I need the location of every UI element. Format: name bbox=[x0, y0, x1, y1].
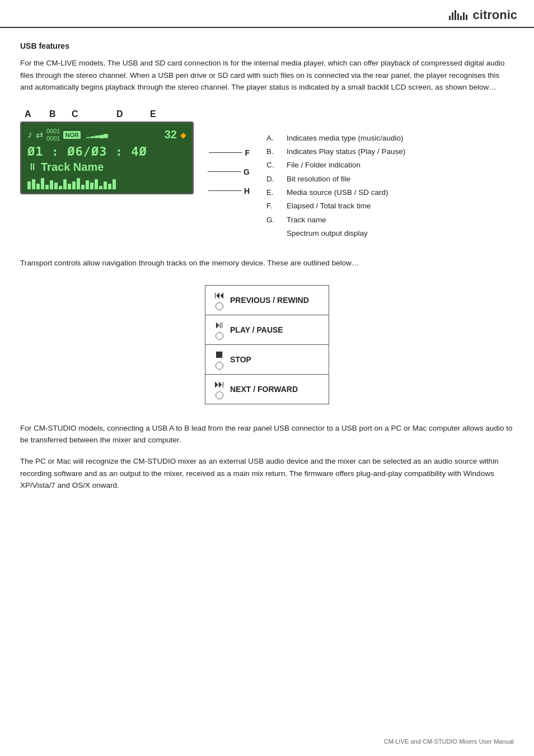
diagram-area: A B C D E ♪ ⇄ 0001 0001 NOR bbox=[20, 109, 514, 240]
transport-label-next: NEXT / FORWARD bbox=[230, 385, 298, 394]
brand-logo: citronic bbox=[449, 8, 517, 22]
lcd-label-b: B bbox=[49, 109, 72, 119]
legend-item-b: B. Indicates Play status (Play / Pause) bbox=[266, 145, 405, 158]
spectrum-bar bbox=[104, 181, 107, 189]
lcd-container: A B C D E ♪ ⇄ 0001 0001 NOR bbox=[20, 109, 199, 194]
spectrum-bar bbox=[81, 185, 85, 189]
lcd-time-display: Ø1 : Ø6/Ø3 : 4Ø bbox=[27, 144, 186, 158]
transport-intro: Transport controls allow navigation thro… bbox=[20, 257, 514, 269]
brand-name: citronic bbox=[473, 8, 517, 22]
page-header: citronic bbox=[0, 0, 534, 28]
spectrum-bar bbox=[113, 179, 116, 189]
page-footer: CM-LIVE and CM-STUDIO Mixers User Manual bbox=[384, 738, 514, 745]
spectrum-bar bbox=[72, 181, 76, 189]
footer-paragraph-2: The PC or Mac will recognize the CM-STUD… bbox=[20, 455, 514, 492]
transport-circle-next bbox=[216, 391, 223, 399]
spectrum-bar bbox=[86, 180, 89, 189]
footer-paragraph-1: For CM-STUDIO models, connecting a USB A… bbox=[20, 422, 514, 446]
lcd-label-e: E bbox=[150, 109, 167, 119]
lcd-bit-value: 32 bbox=[165, 128, 177, 141]
transport-row-play: ⏯ PLAY / PAUSE bbox=[205, 315, 329, 345]
spectrum-bar bbox=[54, 183, 58, 189]
transport-circle-previous bbox=[216, 302, 223, 310]
legend-item-e: E. Media source (USB / SD card) bbox=[266, 186, 405, 199]
legend-item-f: F. Elapsed / Total track time bbox=[266, 199, 405, 213]
lcd-f-label: F bbox=[209, 148, 250, 157]
pause-icon: ⏸ bbox=[27, 161, 38, 173]
label-f: F bbox=[245, 148, 250, 157]
transport-row-stop: ⏹ STOP bbox=[205, 345, 329, 375]
play-pause-icon: ⏯ bbox=[214, 320, 224, 330]
lcd-label-c: C bbox=[72, 109, 116, 119]
transport-container: ⏮ PREVIOUS / REWIND ⏯ PLAY / PAUSE ⏹ bbox=[20, 285, 514, 404]
spectrum-bar bbox=[108, 184, 111, 189]
lcd-screen: ♪ ⇄ 0001 0001 NOR ▁▂▃▄▅ 32 ◆ bbox=[20, 122, 194, 194]
legend-item-d: D. Bit resolution of file bbox=[266, 172, 405, 186]
legend-item-c: C. File / Folder indication bbox=[266, 158, 405, 172]
section-title: USB features bbox=[20, 41, 514, 50]
spectrum-bar bbox=[45, 185, 49, 189]
lcd-folder-number: 0001 bbox=[46, 135, 60, 142]
transport-icon-area-previous: ⏮ bbox=[214, 290, 224, 310]
spectrum-bar bbox=[41, 178, 44, 189]
stop-icon: ⏹ bbox=[214, 349, 224, 360]
transport-row-next: ⏭ NEXT / FORWARD bbox=[205, 375, 329, 404]
lcd-label-d: D bbox=[116, 109, 150, 119]
spectrum-bar bbox=[77, 178, 80, 189]
transport-icon-area-stop: ⏹ bbox=[214, 349, 224, 370]
spectrum-bar bbox=[95, 179, 98, 189]
spectrum-bar bbox=[50, 180, 53, 189]
lcd-row1: ♪ ⇄ 0001 0001 NOR ▁▂▃▄▅ 32 ◆ bbox=[27, 128, 186, 142]
intro-paragraph: For the CM-LIVE models, The USB and SD c… bbox=[20, 57, 514, 94]
spectrum-bar bbox=[90, 183, 93, 189]
transport-label-previous: PREVIOUS / REWIND bbox=[230, 296, 309, 305]
lcd-track-name: Track Name bbox=[41, 160, 104, 175]
legend-container: A. Indicates media type (music/audio) B.… bbox=[266, 109, 405, 240]
lcd-signal-bars: ▁▂▃▄▅ bbox=[86, 132, 108, 138]
transport-buttons-panel: ⏮ PREVIOUS / REWIND ⏯ PLAY / PAUSE ⏹ bbox=[205, 285, 329, 404]
legend-item-a: A. Indicates media type (music/audio) bbox=[266, 132, 405, 145]
transport-icon-area-next: ⏭ bbox=[214, 379, 224, 399]
lcd-diamond-icon: ◆ bbox=[180, 130, 186, 139]
transport-label-play: PLAY / PAUSE bbox=[230, 325, 283, 334]
transport-circle-play bbox=[216, 332, 223, 340]
spectrum-bar bbox=[59, 186, 62, 189]
transport-label-stop: STOP bbox=[230, 355, 251, 364]
label-g: G bbox=[243, 167, 250, 176]
transport-circle-stop bbox=[216, 362, 223, 370]
music-icon: ♪ bbox=[27, 129, 32, 141]
spectrum-bar bbox=[36, 184, 40, 189]
lcd-top-labels: A B C D E bbox=[20, 109, 199, 119]
lcd-g-label: G bbox=[208, 167, 250, 176]
spectrum-bar bbox=[99, 186, 102, 189]
lcd-h-label: H bbox=[208, 186, 250, 195]
brand-waveform-icon bbox=[449, 10, 470, 20]
lcd-label-a: A bbox=[25, 109, 49, 119]
transport-row-previous: ⏮ PREVIOUS / REWIND bbox=[205, 286, 329, 315]
previous-rewind-icon: ⏮ bbox=[214, 290, 224, 300]
legend-item-h: Spectrum output display bbox=[266, 227, 405, 240]
spectrum-bar bbox=[63, 179, 67, 189]
label-h: H bbox=[244, 186, 250, 195]
lcd-track-row: ⏸ Track Name bbox=[27, 160, 186, 175]
transport-icon-area-play: ⏯ bbox=[214, 320, 224, 340]
lcd-file-number: 0001 bbox=[46, 128, 60, 135]
spectrum-bar bbox=[68, 184, 71, 189]
legend-list: A. Indicates media type (music/audio) B.… bbox=[266, 132, 405, 240]
main-content: USB features For the CM-LIVE models, The… bbox=[0, 28, 534, 534]
lcd-nor-label: NOR bbox=[63, 131, 80, 139]
next-forward-icon: ⏭ bbox=[214, 379, 224, 389]
lcd-spectrum bbox=[27, 177, 186, 189]
spectrum-bar bbox=[32, 179, 35, 189]
lcd-file-info: 0001 0001 bbox=[46, 128, 60, 142]
spectrum-bar bbox=[27, 181, 31, 189]
repeat-icon: ⇄ bbox=[36, 129, 43, 140]
legend-item-g: G. Track name bbox=[266, 213, 405, 227]
